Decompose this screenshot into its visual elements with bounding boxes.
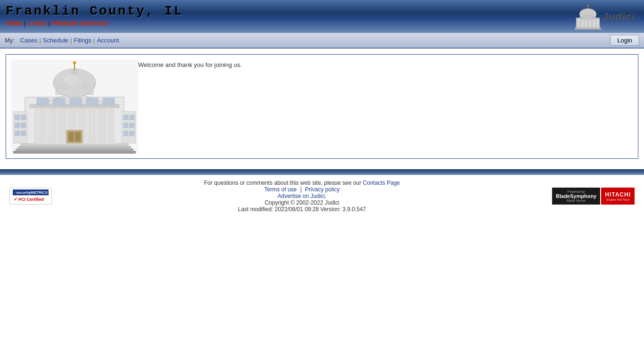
svg-marker-67 — [14, 192, 15, 193]
svg-rect-29 — [95, 108, 99, 143]
svg-rect-18 — [16, 148, 133, 151]
my-schedule-link[interactable]: Schedule — [43, 37, 68, 44]
top-header: Franklin County, IL HOME | CASES | PREMI… — [0, 0, 644, 33]
hitachi-logo: HITACHI Inspire the Next — [601, 188, 635, 205]
cases-link[interactable]: CASES — [27, 20, 47, 27]
svg-rect-31 — [37, 98, 49, 105]
premium-link[interactable]: PREMIUM SERVICES — [51, 20, 108, 27]
contacts-link[interactable]: Contacts Page — [363, 180, 400, 186]
svg-rect-25 — [55, 108, 60, 143]
svg-rect-32 — [53, 98, 65, 105]
svg-rect-47 — [86, 83, 87, 90]
sep5: | — [93, 37, 95, 44]
top-nav: HOME | CASES | PREMIUM SERVICES — [6, 20, 183, 27]
svg-rect-61 — [124, 115, 128, 120]
svg-rect-23 — [35, 108, 40, 143]
svg-rect-56 — [15, 123, 20, 128]
judici-text: Judici. — [602, 11, 638, 23]
svg-rect-39 — [72, 70, 77, 74]
footer: securityMETRICS ✓ PCI Certified For ques… — [0, 175, 644, 217]
main-content: Welcome and thank you for joining us. — [0, 49, 644, 165]
svg-rect-45 — [66, 83, 68, 90]
svg-rect-8 — [574, 29, 602, 30]
svg-rect-4 — [589, 19, 591, 28]
svg-rect-1 — [578, 19, 580, 28]
courthouse-image — [11, 59, 138, 154]
svg-rect-33 — [70, 98, 82, 105]
site-title: Franklin County, IL — [6, 4, 183, 18]
svg-point-12 — [587, 5, 589, 7]
svg-rect-59 — [21, 123, 26, 128]
my-label: My: — [5, 37, 15, 44]
svg-rect-42 — [57, 83, 58, 90]
svg-rect-17 — [18, 146, 131, 148]
header-left: Franklin County, IL HOME | CASES | PREMI… — [6, 4, 183, 27]
welcome-box: Welcome and thank you for joining us. — [6, 54, 638, 159]
security-bottom: ✓ PCI Certified — [13, 195, 49, 203]
svg-rect-58 — [21, 115, 26, 120]
judici-logo-area: Judici. — [574, 4, 638, 30]
svg-rect-30 — [105, 108, 109, 143]
svg-rect-51 — [68, 132, 74, 141]
sep3: | — [39, 37, 41, 44]
footer-advertise: Advertise on Judici. — [52, 193, 552, 199]
svg-rect-46 — [83, 83, 84, 90]
svg-rect-5 — [593, 19, 595, 28]
svg-rect-34 — [86, 98, 98, 105]
svg-rect-64 — [130, 115, 134, 120]
svg-rect-35 — [103, 98, 115, 105]
security-top: securityMETRICS — [13, 189, 49, 195]
right-logos: Powered by BladeSymphony Blade Server HI… — [552, 188, 635, 205]
svg-rect-28 — [85, 108, 90, 143]
svg-rect-63 — [124, 131, 128, 136]
svg-rect-52 — [75, 132, 81, 141]
home-link[interactable]: HOME — [6, 20, 23, 27]
svg-rect-48 — [89, 83, 91, 90]
my-cases-link[interactable]: Cases — [20, 37, 38, 44]
privacy-link[interactable]: Privacy policy — [305, 186, 339, 193]
svg-rect-66 — [130, 131, 134, 136]
footer-lastmodified: Last modified: 2022/08/01 09:28 Version:… — [52, 206, 552, 213]
svg-rect-2 — [582, 19, 584, 28]
svg-point-41 — [73, 61, 76, 64]
svg-rect-65 — [130, 123, 134, 128]
login-button[interactable]: Login — [610, 35, 639, 46]
courthouse-svg — [11, 59, 138, 154]
svg-rect-44 — [63, 83, 65, 90]
sep4: | — [70, 37, 72, 44]
footer-copyright: Copyright © 2002-2022 Judici — [52, 199, 552, 206]
blade-symphony-logo: Powered by BladeSymphony Blade Server — [552, 188, 600, 205]
judici-building-icon — [574, 4, 602, 30]
svg-rect-43 — [60, 83, 61, 90]
svg-rect-55 — [15, 115, 20, 120]
terms-link[interactable]: Terms of use — [264, 186, 297, 193]
svg-rect-3 — [586, 19, 587, 28]
footer-center: For questions or comments about this web… — [52, 180, 552, 213]
svg-rect-6 — [597, 19, 599, 28]
my-filings-link[interactable]: Filings — [74, 37, 91, 44]
security-badge: securityMETRICS ✓ PCI Certified — [9, 188, 52, 205]
my-account-link[interactable]: Account — [97, 37, 119, 44]
svg-rect-49 — [92, 83, 94, 90]
nav-bar: My: Cases | Schedule | Filings | Account… — [0, 33, 644, 49]
advertise-link[interactable]: Advertise on Judici. — [277, 193, 326, 199]
footer-links: Terms of use | Privacy policy — [52, 186, 552, 193]
svg-point-38 — [64, 74, 78, 86]
footer-questions: For questions or comments about this web… — [52, 180, 552, 186]
svg-rect-24 — [45, 108, 50, 143]
svg-rect-62 — [124, 123, 128, 128]
svg-rect-60 — [21, 131, 26, 136]
svg-rect-7 — [575, 27, 601, 29]
shield-icon — [14, 190, 15, 195]
nav-links: My: Cases | Schedule | Filings | Account — [5, 37, 119, 44]
svg-rect-19 — [13, 151, 136, 154]
svg-rect-57 — [15, 131, 20, 136]
welcome-text: Welcome and thank you for joining us. — [138, 59, 242, 68]
footer-bar — [0, 169, 644, 175]
